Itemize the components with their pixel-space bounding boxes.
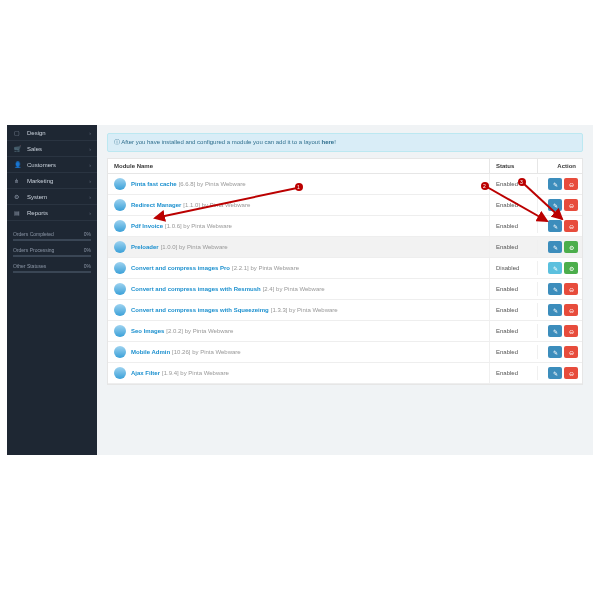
uninstall-button[interactable]: ⊖	[564, 367, 578, 379]
module-name[interactable]: Convert and compress images with Squeeze…	[131, 307, 269, 313]
uninstall-button[interactable]: ⊖	[564, 325, 578, 337]
module-status: Enabled	[490, 366, 538, 380]
sidebar-item-customers[interactable]: 👤Customers›	[7, 157, 97, 173]
table-row: Ajax Filter [1.9.4] by Pinta WebwareEnab…	[108, 363, 582, 384]
module-status: Enabled	[490, 240, 538, 254]
sidebar-item-marketing[interactable]: ⋔Marketing›	[7, 173, 97, 189]
module-icon	[114, 304, 126, 316]
stat-label: Orders Processing	[13, 247, 54, 253]
chevron-right-icon: ›	[89, 210, 91, 216]
module-status: Disabled	[490, 261, 538, 275]
sidebar: ▢Design›🛒Sales›👤Customers›⋔Marketing›⚙Sy…	[7, 125, 97, 455]
progress-bar	[13, 255, 91, 257]
stat-value: 0%	[84, 247, 91, 253]
module-icon	[114, 367, 126, 379]
module-meta: [2.2.1] by Pinta Webware	[232, 265, 299, 271]
module-status: Enabled	[490, 282, 538, 296]
module-name[interactable]: Mobile Admin	[131, 349, 170, 355]
col-status[interactable]: Status	[490, 159, 538, 173]
uninstall-button[interactable]: ⊖	[564, 304, 578, 316]
edit-button[interactable]: ✎	[548, 199, 562, 211]
edit-button[interactable]: ✎	[548, 304, 562, 316]
module-meta: [1.0.0] by Pinta Webware	[161, 244, 228, 250]
table-row: Redirect Manager [1.1.0] by Pinta Webwar…	[108, 195, 582, 216]
module-name[interactable]: Convert and compress images with Resmush	[131, 286, 261, 292]
module-icon	[114, 199, 126, 211]
stat-label: Orders Completed	[13, 231, 54, 237]
progress-bar	[13, 271, 91, 273]
table-row: Mobile Admin [10.26] by Pinta WebwareEna…	[108, 342, 582, 363]
edit-button[interactable]: ✎	[548, 346, 562, 358]
chevron-right-icon: ›	[89, 146, 91, 152]
edit-button[interactable]: ✎	[548, 325, 562, 337]
module-status: Enabled	[490, 324, 538, 338]
module-name[interactable]: Pinta fast cache	[131, 181, 177, 187]
sidebar-item-reports[interactable]: ▤Reports›	[7, 205, 97, 221]
stat-label: Other Statuses	[13, 263, 46, 269]
nav-icon: 🛒	[14, 145, 22, 152]
nav-label: System	[27, 194, 47, 200]
nav-icon: ⋔	[14, 177, 22, 184]
module-icon	[114, 178, 126, 190]
uninstall-button[interactable]: ⊖	[564, 199, 578, 211]
module-meta: [2.4] by Pinta Webware	[263, 286, 325, 292]
sidebar-item-sales[interactable]: 🛒Sales›	[7, 141, 97, 157]
module-icon	[114, 220, 126, 232]
alert-text: After you have installed and configured …	[121, 139, 321, 145]
table-row: Preloader [1.0.0] by Pinta WebwareEnable…	[108, 237, 582, 258]
module-icon	[114, 262, 126, 274]
table-row: Convert and compress images with Resmush…	[108, 279, 582, 300]
module-meta: [2.0.2] by Pinta Webware	[166, 328, 233, 334]
table-row: Pinta fast cache [6.6.8] by Pinta Webwar…	[108, 174, 582, 195]
install-button[interactable]: ⚙	[564, 241, 578, 253]
edit-button[interactable]: ✎	[548, 241, 562, 253]
module-status: Enabled	[490, 303, 538, 317]
uninstall-button[interactable]: ⊖	[564, 346, 578, 358]
module-icon	[114, 241, 126, 253]
module-meta: [1.9.4] by Pinta Webware	[162, 370, 229, 376]
nav-label: Marketing	[27, 178, 53, 184]
stat-value: 0%	[84, 231, 91, 237]
nav-icon: ⚙	[14, 193, 22, 200]
col-name[interactable]: Module Name	[108, 159, 490, 173]
module-meta: [1.3.3] by Pinta Webware	[271, 307, 338, 313]
stat-block: Orders Processing0%	[13, 247, 91, 257]
edit-button[interactable]: ✎	[548, 262, 562, 274]
module-status: Enabled	[490, 177, 538, 191]
edit-button[interactable]: ✎	[548, 283, 562, 295]
uninstall-button[interactable]: ⊖	[564, 220, 578, 232]
table-header: Module Name Status Action	[108, 159, 582, 174]
uninstall-button[interactable]: ⊖	[564, 283, 578, 295]
module-name[interactable]: Ajax Filter	[131, 370, 160, 376]
module-name[interactable]: Pdf Invoice	[131, 223, 163, 229]
sidebar-item-design[interactable]: ▢Design›	[7, 125, 97, 141]
module-icon	[114, 283, 126, 295]
module-name[interactable]: Redirect Manager	[131, 202, 181, 208]
chevron-right-icon: ›	[89, 178, 91, 184]
nav-icon: ▤	[14, 209, 22, 216]
install-button[interactable]: ⚙	[564, 262, 578, 274]
edit-button[interactable]: ✎	[548, 220, 562, 232]
progress-bar	[13, 239, 91, 241]
nav-label: Design	[27, 130, 46, 136]
chevron-right-icon: ›	[89, 162, 91, 168]
uninstall-button[interactable]: ⊖	[564, 178, 578, 190]
module-meta: [1.0.6] by Pinta Webware	[165, 223, 232, 229]
col-action: Action	[538, 159, 582, 173]
module-name[interactable]: Convert and compress images Pro	[131, 265, 230, 271]
module-status: Enabled	[490, 198, 538, 212]
alert-link[interactable]: here	[321, 139, 334, 145]
nav-label: Sales	[27, 146, 42, 152]
module-status: Enabled	[490, 345, 538, 359]
sidebar-item-system[interactable]: ⚙System›	[7, 189, 97, 205]
edit-button[interactable]: ✎	[548, 367, 562, 379]
module-name[interactable]: Seo Images	[131, 328, 164, 334]
module-name[interactable]: Preloader	[131, 244, 159, 250]
table-row: Pdf Invoice [1.0.6] by Pinta WebwareEnab…	[108, 216, 582, 237]
modules-table: Module Name Status Action Pinta fast cac…	[107, 158, 583, 385]
table-row: Convert and compress images with Squeeze…	[108, 300, 582, 321]
edit-button[interactable]: ✎	[548, 178, 562, 190]
main-content: ⓘ After you have installed and configure…	[97, 125, 593, 455]
chevron-right-icon: ›	[89, 130, 91, 136]
stat-value: 0%	[84, 263, 91, 269]
